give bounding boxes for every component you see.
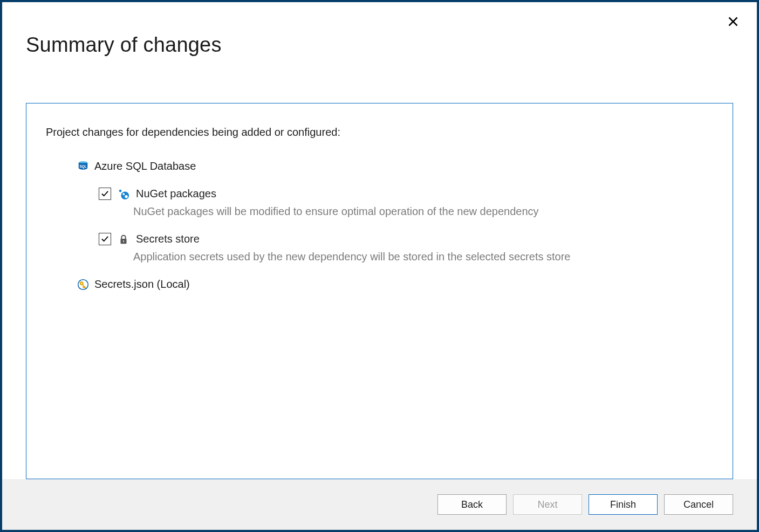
change-head: Secrets store (99, 233, 713, 245)
svg-point-4 (119, 189, 122, 192)
key-icon (77, 279, 89, 291)
change-description: NuGet packages will be modified to ensur… (133, 205, 713, 218)
lock-icon (118, 233, 129, 245)
svg-point-6 (125, 195, 128, 198)
change-title: NuGet packages (136, 188, 216, 200)
cancel-button[interactable]: Cancel (664, 494, 733, 515)
secrets-target-row: Secrets.json (Local) (77, 278, 713, 291)
next-button: Next (513, 494, 582, 515)
checkbox-secrets[interactable] (99, 233, 111, 245)
dependency-label: Azure SQL Database (94, 160, 196, 172)
svg-point-3 (121, 191, 129, 199)
back-button[interactable]: Back (437, 494, 507, 515)
secrets-target-label: Secrets.json (Local) (94, 278, 190, 291)
svg-rect-8 (123, 240, 124, 242)
finish-button[interactable]: Finish (589, 494, 658, 515)
nuget-icon (118, 188, 129, 200)
dependency-row: SQL Azure SQL Database (77, 160, 713, 172)
change-item-nuget: NuGet packages NuGet packages will be mo… (99, 188, 713, 218)
dialog-title: Summary of changes (26, 33, 733, 57)
change-description: Application secrets used by the new depe… (133, 251, 713, 263)
dialog-footer: Back Next Finish Cancel (2, 479, 757, 530)
intro-text: Project changes for dependencies being a… (46, 126, 713, 139)
svg-text:SQL: SQL (79, 164, 86, 169)
change-item-secrets: Secrets store Application secrets used b… (99, 233, 713, 263)
azure-sql-icon: SQL (77, 161, 89, 172)
change-title: Secrets store (136, 233, 200, 245)
dialog-header: Summary of changes (2, 2, 757, 57)
close-button[interactable] (722, 12, 744, 33)
dialog-window: Summary of changes Project changes for d… (0, 0, 759, 532)
content-panel: Project changes for dependencies being a… (26, 103, 733, 479)
checkbox-nuget[interactable] (99, 188, 111, 200)
svg-point-12 (81, 282, 82, 284)
change-head: NuGet packages (99, 188, 713, 200)
svg-point-5 (122, 193, 125, 195)
close-icon (728, 16, 739, 29)
